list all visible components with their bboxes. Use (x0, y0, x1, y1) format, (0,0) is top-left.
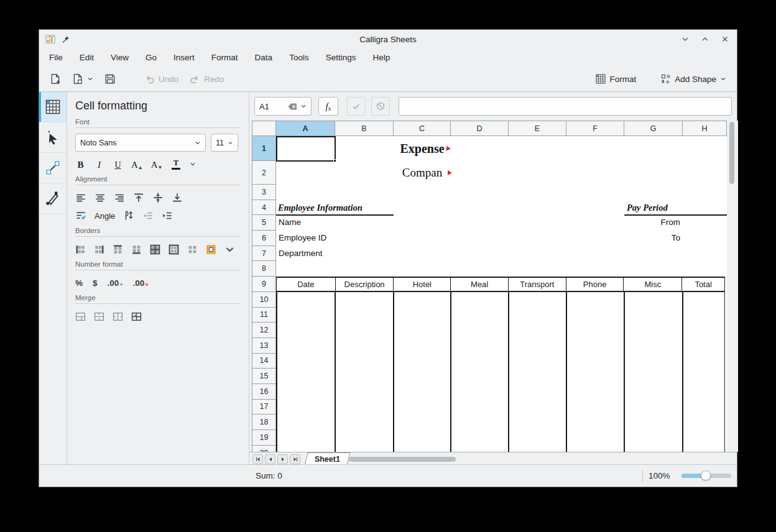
connector-tool-button[interactable] (39, 153, 67, 183)
align-left-icon[interactable] (75, 192, 86, 203)
menu-item[interactable]: View (111, 53, 129, 62)
row-header[interactable]: 19 (252, 430, 276, 446)
close-icon[interactable] (719, 34, 731, 45)
cell-employee-info[interactable]: Employee Information (278, 200, 363, 216)
shrink-font-button[interactable]: A▼ (151, 158, 163, 170)
maximize-icon[interactable] (700, 34, 711, 45)
align-bottom-icon[interactable] (172, 192, 183, 203)
border-outline-icon[interactable] (169, 244, 179, 255)
format-button[interactable]: Format (593, 71, 639, 86)
align-center-icon[interactable] (95, 192, 106, 203)
new-document-button[interactable] (47, 71, 63, 87)
expense-table-header-cell[interactable]: Date (277, 278, 336, 291)
minimize-icon[interactable] (680, 34, 691, 45)
formula-input[interactable] (399, 97, 732, 116)
previous-sheet-button[interactable] (265, 454, 275, 464)
menu-item[interactable]: Go (146, 53, 157, 62)
column-header[interactable]: G (624, 121, 683, 136)
text-color-button[interactable]: T (171, 158, 182, 170)
percent-format-button[interactable]: % (75, 278, 83, 288)
column-header[interactable]: A (276, 121, 335, 136)
cell-from-label[interactable]: From (624, 215, 680, 231)
expense-table-header-cell[interactable]: Phone (566, 278, 624, 291)
zoom-slider[interactable] (681, 474, 731, 478)
row-header[interactable]: 9 (252, 277, 276, 292)
clear-reference-icon[interactable] (288, 103, 297, 110)
merge-vertical-icon[interactable] (113, 311, 123, 322)
column-header[interactable]: B (335, 121, 394, 136)
expense-table-header-cell[interactable]: Misc (624, 278, 682, 291)
column-header[interactable]: C (394, 121, 451, 136)
save-button[interactable] (102, 71, 118, 87)
unmerge-cells-icon[interactable] (131, 311, 142, 322)
select-all-corner[interactable] (252, 121, 276, 136)
column-header[interactable]: D (451, 121, 509, 136)
row-header[interactable]: 4 (252, 200, 276, 216)
row-header[interactable]: 12 (252, 323, 276, 338)
cell-employee-id-label[interactable]: Employee ID (279, 231, 326, 246)
row-header[interactable]: 8 (252, 261, 276, 277)
horizontal-scrollbar-thumb[interactable] (349, 457, 456, 462)
zoom-slider-handle[interactable] (701, 470, 711, 480)
angle-button[interactable]: Angle (95, 211, 115, 221)
font-size-select[interactable]: 11 (211, 134, 238, 152)
cell-to-label[interactable]: To (624, 231, 680, 246)
expense-table-header-cell[interactable]: Meal (451, 278, 509, 291)
cell-name-label[interactable]: Name (279, 215, 301, 231)
vertical-scrollbar-thumb[interactable] (729, 122, 734, 184)
sheet-tab-active[interactable]: Sheet1 (304, 452, 350, 466)
row-header[interactable]: 13 (252, 338, 276, 354)
cell-reference-box[interactable]: A1 (254, 97, 312, 116)
vertical-scrollbar[interactable] (728, 122, 736, 451)
cell-company-line[interactable]: Compan (394, 161, 451, 185)
row-header[interactable]: 16 (252, 384, 276, 400)
align-right-icon[interactable] (114, 192, 125, 203)
row-header[interactable]: 7 (252, 246, 276, 262)
column-header[interactable]: H (683, 121, 727, 136)
row-header[interactable]: 18 (252, 415, 276, 430)
wrap-text-icon[interactable] (75, 210, 86, 221)
row-header[interactable]: 15 (252, 369, 276, 384)
indent-more-icon[interactable] (162, 210, 173, 221)
border-bottom-icon[interactable] (131, 244, 142, 255)
shape-selection-tool-button[interactable] (39, 122, 67, 153)
cell-expense-title[interactable]: Expense (394, 136, 451, 161)
bold-button[interactable]: B (75, 158, 86, 170)
border-left-icon[interactable] (75, 244, 86, 255)
row-header[interactable]: 5 (252, 215, 276, 231)
menu-item[interactable]: Settings (326, 53, 356, 62)
border-top-icon[interactable] (113, 244, 123, 255)
menu-item[interactable]: Edit (80, 53, 94, 62)
column-header[interactable]: F (566, 121, 624, 136)
underline-button[interactable]: U (113, 158, 123, 170)
last-sheet-button[interactable] (290, 454, 300, 464)
open-document-button[interactable] (70, 71, 96, 87)
expense-table-header-cell[interactable]: Total (682, 278, 724, 291)
row-header[interactable]: 2 (252, 161, 276, 185)
cell-selection-marquee[interactable] (276, 136, 336, 162)
increase-precision-button[interactable]: .00+ (108, 278, 123, 288)
fill-handle[interactable] (333, 159, 336, 162)
cell-department-label[interactable]: Department (279, 246, 323, 262)
currency-format-button[interactable]: $ (93, 278, 98, 288)
indent-less-icon[interactable] (142, 210, 154, 221)
function-button[interactable]: fx (318, 97, 338, 116)
vertical-text-icon[interactable] (123, 210, 134, 221)
menu-item[interactable]: Help (372, 53, 390, 62)
cell-reference-chevron-icon[interactable] (300, 103, 307, 109)
row-header[interactable]: 1 (252, 136, 276, 161)
row-header[interactable]: 17 (252, 400, 276, 415)
pin-icon[interactable] (62, 35, 70, 44)
border-all-icon[interactable] (150, 244, 160, 255)
cell-pay-period[interactable]: Pay Period (627, 200, 668, 216)
expense-table-header-cell[interactable]: Description (336, 278, 394, 291)
row-header[interactable]: 6 (252, 231, 276, 246)
font-family-select[interactable]: Noto Sans (75, 134, 206, 152)
sheet-canvas[interactable]: Expense Compan Employee Information Pay … (276, 136, 727, 452)
first-sheet-button[interactable] (252, 454, 263, 464)
undo-button[interactable]: Undo (142, 71, 181, 87)
grow-font-button[interactable]: A▲ (131, 158, 143, 170)
column-header[interactable]: E (509, 121, 566, 136)
merge-horizontal-icon[interactable] (94, 311, 104, 322)
accept-formula-button[interactable] (347, 97, 366, 116)
